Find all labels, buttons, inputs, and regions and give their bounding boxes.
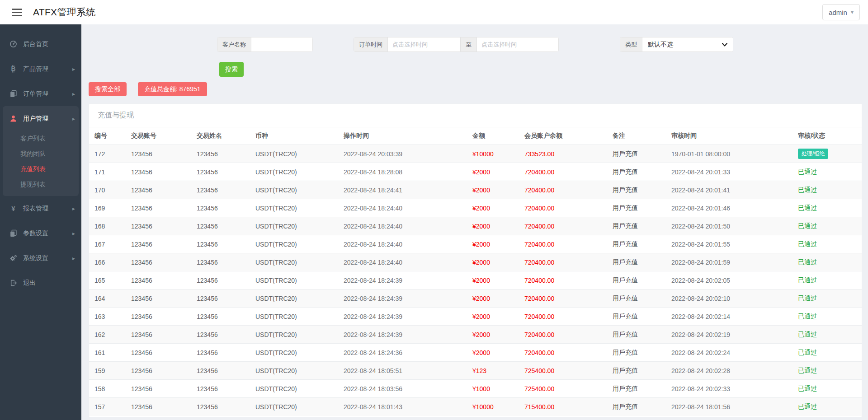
sidebar-item-my-team[interactable]: 我的团队 [3, 146, 79, 162]
cell-status: 已通过 [794, 181, 862, 199]
cell-name: 123456 [193, 217, 252, 235]
cell-name: 123456 [193, 344, 252, 362]
cell-amount: ¥2000 [469, 199, 521, 217]
cell-status: 已通过 [794, 199, 862, 217]
cell-balance: 720400.00 [521, 217, 609, 235]
cell-audit-time: 2022-08-24 20:01:59 [668, 253, 794, 271]
cell-op-time: 2022-08-24 18:01:43 [340, 398, 469, 416]
cell-status: 已通过 [794, 362, 862, 380]
cell-remark: 用戶充值 [609, 199, 668, 217]
cell-currency: USDT(TRC20) [252, 380, 340, 398]
table-row: 172123456123456USDT(TRC20)2022-08-24 20:… [89, 145, 862, 163]
table-body: 172123456123456USDT(TRC20)2022-08-24 20:… [89, 145, 862, 416]
sidebar-item-products[interactable]: B产品管理▸ [0, 56, 81, 81]
sidebar-item-reports[interactable]: ¥报表管理▸ [0, 196, 81, 221]
cell-currency: USDT(TRC20) [252, 253, 340, 271]
process-reject-button[interactable]: 处理/拒绝 [798, 149, 828, 159]
cell-name: 123456 [193, 145, 252, 163]
cell-account: 123456 [127, 271, 193, 289]
order-time-group: 订单时间 至 [354, 37, 559, 52]
cell-amount: ¥10000 [469, 398, 521, 416]
status-approved-label: 已通过 [798, 222, 817, 229]
cell-balance: 725400.00 [521, 380, 609, 398]
sidebar-item-dashboard[interactable]: 后台首页 [0, 32, 81, 56]
recharge-withdraw-card: 充值与提现 编号交易账号交易姓名币种操作时间金额会员账户余额备注审核时间审核/状… [89, 103, 862, 417]
cell-status: 已通过 [794, 326, 862, 344]
cell-remark: 用戶充值 [609, 289, 668, 308]
recharge-total-button[interactable]: 充值总金额: 876951 [138, 82, 207, 96]
sidebar-item-label: 系统设置 [23, 254, 72, 262]
cell-account: 123456 [127, 217, 193, 235]
cell-audit-time: 2022-08-24 20:01:46 [668, 199, 794, 217]
svg-text:B: B [11, 65, 16, 72]
cell-status: 已通过 [794, 380, 862, 398]
cell-audit-time: 2022-08-24 20:02:05 [668, 271, 794, 289]
cell-remark: 用戶充值 [609, 235, 668, 253]
cell-audit-time: 2022-08-24 20:02:33 [668, 380, 794, 398]
actions-row: 搜索全部 充值总金额: 876951 [89, 82, 862, 96]
cell-account: 123456 [127, 362, 193, 380]
cell-account: 123456 [127, 145, 193, 163]
chevron-down-icon [722, 43, 727, 47]
column-header: 币种 [252, 127, 340, 145]
cell-remark: 用戶充值 [609, 308, 668, 326]
sidebar-item-logout[interactable]: 退出 [0, 271, 81, 295]
sidebar-item-params[interactable]: 参数设置▸ [0, 221, 81, 246]
chevron-down-icon: ▾ [851, 9, 854, 15]
sidebar-item-withdraw-list[interactable]: 提现列表 [3, 177, 79, 192]
cell-audit-time: 2022-08-24 18:01:56 [668, 398, 794, 416]
cell-balance: 720400.00 [521, 326, 609, 344]
cell-remark: 用戶充值 [609, 380, 668, 398]
customer-name-input[interactable] [251, 37, 312, 51]
cell-remark: 用戶充值 [609, 217, 668, 235]
table-header-row: 编号交易账号交易姓名币种操作时间金额会员账户余额备注审核时间审核/状态 [89, 127, 862, 145]
cell-balance: 720400.00 [521, 235, 609, 253]
cell-amount: ¥2000 [469, 217, 521, 235]
cell-audit-time: 2022-08-24 20:02:14 [668, 308, 794, 326]
cell-op-time: 2022-08-24 18:24:40 [340, 235, 469, 253]
cell-id: 172 [89, 145, 127, 163]
cell-status: 处理/拒绝 [794, 145, 862, 163]
column-header: 审核时间 [668, 127, 794, 145]
start-time-input[interactable] [388, 37, 460, 51]
cell-op-time: 2022-08-24 18:24:36 [340, 344, 469, 362]
sidebar-item-customer-list[interactable]: 客户列表 [3, 131, 79, 146]
cell-remark: 用戶充值 [609, 362, 668, 380]
cell-id: 167 [89, 235, 127, 253]
cell-id: 161 [89, 344, 127, 362]
cell-op-time: 2022-08-24 18:24:40 [340, 199, 469, 217]
user-menu-label: admin [829, 9, 847, 16]
cell-currency: USDT(TRC20) [252, 398, 340, 416]
cell-op-time: 2022-08-24 18:24:39 [340, 326, 469, 344]
cell-currency: USDT(TRC20) [252, 145, 340, 163]
sidebar-item-users[interactable]: 用户管理▸ [3, 106, 79, 131]
sidebar-item-label: 退出 [23, 279, 75, 287]
cell-currency: USDT(TRC20) [252, 326, 340, 344]
cell-op-time: 2022-08-24 18:28:08 [340, 163, 469, 181]
table-row: 165123456123456USDT(TRC20)2022-08-24 18:… [89, 271, 862, 289]
status-approved-label: 已通过 [798, 204, 817, 211]
status-approved-label: 已通过 [798, 240, 817, 247]
cell-currency: USDT(TRC20) [252, 217, 340, 235]
cell-amount: ¥2000 [469, 326, 521, 344]
table-row: 163123456123456USDT(TRC20)2022-08-24 18:… [89, 308, 862, 326]
sidebar-item-system[interactable]: 系统设置▸ [0, 246, 81, 271]
type-select[interactable]: 默认不选 [642, 37, 733, 51]
cell-account: 123456 [127, 326, 193, 344]
column-header: 操作时间 [340, 127, 469, 145]
cell-amount: ¥10000 [469, 145, 521, 163]
cell-op-time: 2022-08-24 18:24:39 [340, 308, 469, 326]
end-time-input[interactable] [477, 37, 558, 51]
search-button[interactable]: 搜索 [219, 62, 244, 77]
user-menu[interactable]: admin ▾ [822, 4, 860, 20]
sidebar-item-orders[interactable]: 订单管理▸ [0, 81, 81, 106]
sidebar-item-recharge-list[interactable]: 充值列表 [3, 162, 79, 177]
chevron-right-icon: ▸ [72, 230, 75, 237]
search-all-button[interactable]: 搜索全部 [89, 82, 127, 96]
type-group: 类型 默认不选 [620, 37, 733, 52]
cell-name: 123456 [193, 271, 252, 289]
filter-bar: 客户名称 订单时间 至 类型 默认不选 [89, 37, 862, 52]
menu-toggle-icon[interactable] [12, 7, 22, 18]
sidebar-item-label: 用户管理 [23, 115, 72, 123]
cell-balance: 720400.00 [521, 253, 609, 271]
